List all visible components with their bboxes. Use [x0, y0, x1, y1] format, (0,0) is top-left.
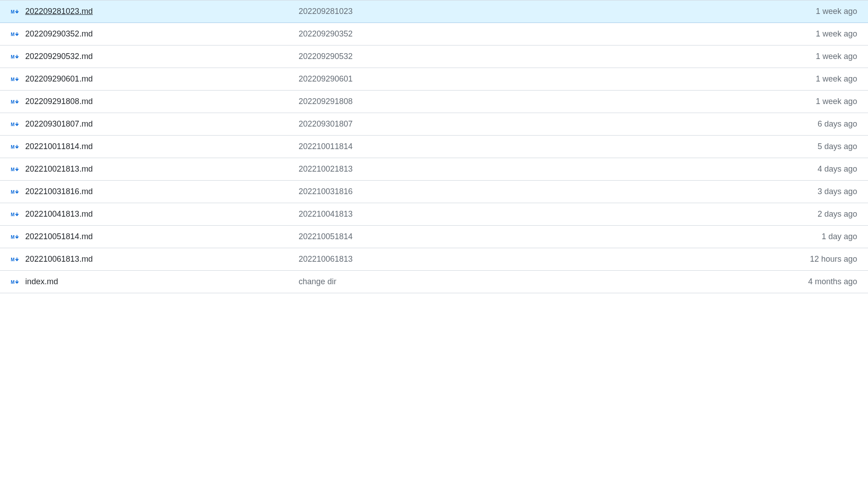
- markdown-file-icon: M: [11, 279, 20, 285]
- markdown-file-icon: M: [11, 234, 20, 240]
- svg-text:M: M: [11, 54, 14, 59]
- file-name-cell: M 202210031816.md: [11, 187, 298, 196]
- file-name-cell: M 202209290532.md: [11, 52, 298, 61]
- file-name-link[interactable]: 202209281023.md: [25, 7, 93, 16]
- commit-message[interactable]: 202210011814: [298, 142, 818, 151]
- markdown-file-icon: M: [11, 211, 20, 218]
- markdown-file-icon: M: [11, 166, 20, 173]
- file-row[interactable]: M 202210021813.md2022100218134 days ago: [0, 158, 868, 181]
- markdown-file-icon: M: [11, 256, 20, 263]
- file-name-link[interactable]: 202210061813.md: [25, 255, 93, 264]
- file-name-cell: M 202209281023.md: [11, 7, 298, 16]
- file-name-link[interactable]: 202210021813.md: [25, 164, 93, 174]
- file-name-cell: M 202209301807.md: [11, 119, 298, 129]
- markdown-file-icon: M: [11, 76, 20, 82]
- commit-time: 1 week ago: [816, 29, 857, 39]
- commit-time: 6 days ago: [818, 119, 857, 129]
- commit-time: 4 months ago: [808, 277, 857, 286]
- commit-time: 1 week ago: [816, 97, 857, 106]
- file-name-cell: M 202210021813.md: [11, 164, 298, 174]
- svg-text:M: M: [11, 189, 14, 194]
- commit-message[interactable]: 202209290352: [298, 29, 816, 39]
- commit-message[interactable]: 202209290601: [298, 74, 816, 84]
- svg-text:M: M: [11, 32, 14, 36]
- file-name-link[interactable]: index.md: [25, 277, 58, 286]
- file-row[interactable]: M 202209281023.md2022092810231 week ago: [0, 0, 868, 23]
- svg-text:M: M: [11, 212, 14, 217]
- commit-message[interactable]: 202209301807: [298, 119, 818, 129]
- file-name-cell: M 202209291808.md: [11, 97, 298, 106]
- file-name-link[interactable]: 202209290601.md: [25, 74, 93, 84]
- commit-time: 5 days ago: [818, 142, 857, 151]
- commit-message[interactable]: 202210061813: [298, 255, 810, 264]
- commit-message[interactable]: change dir: [298, 277, 808, 286]
- file-row[interactable]: M 202209290352.md2022092903521 week ago: [0, 23, 868, 45]
- file-name-link[interactable]: 202210011814.md: [25, 142, 93, 151]
- file-name-cell: M 202209290352.md: [11, 29, 298, 39]
- commit-message[interactable]: 202210041813: [298, 209, 818, 219]
- file-name-cell: M 202210041813.md: [11, 209, 298, 219]
- file-row[interactable]: M index.mdchange dir4 months ago: [0, 271, 868, 293]
- commit-message[interactable]: 202209281023: [298, 7, 816, 16]
- commit-time: 12 hours ago: [810, 255, 857, 264]
- file-name-cell: M 202210051814.md: [11, 232, 298, 241]
- file-name-cell: M index.md: [11, 277, 298, 286]
- file-name-link[interactable]: 202210051814.md: [25, 232, 93, 241]
- commit-message[interactable]: 202210051814: [298, 232, 822, 241]
- markdown-file-icon: M: [11, 9, 20, 15]
- commit-message[interactable]: 202209291808: [298, 97, 816, 106]
- file-row[interactable]: M 202210011814.md2022100118145 days ago: [0, 136, 868, 158]
- file-row[interactable]: M 202210031816.md2022100318163 days ago: [0, 181, 868, 203]
- svg-text:M: M: [11, 9, 14, 14]
- file-row[interactable]: M 202209291808.md2022092918081 week ago: [0, 91, 868, 113]
- file-name-link[interactable]: 202210031816.md: [25, 187, 93, 196]
- commit-message[interactable]: 202210031816: [298, 187, 818, 196]
- markdown-file-icon: M: [11, 99, 20, 105]
- file-name-link[interactable]: 202209301807.md: [25, 119, 93, 129]
- markdown-file-icon: M: [11, 31, 20, 37]
- commit-time: 1 week ago: [816, 7, 857, 16]
- svg-text:M: M: [11, 77, 14, 82]
- markdown-file-icon: M: [11, 189, 20, 195]
- file-name-link[interactable]: 202210041813.md: [25, 209, 93, 219]
- file-row[interactable]: M 202210041813.md2022100418132 days ago: [0, 203, 868, 226]
- commit-time: 3 days ago: [818, 187, 857, 196]
- file-row[interactable]: M 202210051814.md2022100518141 day ago: [0, 226, 868, 248]
- file-name-link[interactable]: 202209291808.md: [25, 97, 93, 106]
- commit-time: 1 day ago: [822, 232, 857, 241]
- markdown-file-icon: M: [11, 54, 20, 60]
- svg-text:M: M: [11, 257, 14, 262]
- file-row[interactable]: M 202209290532.md2022092905321 week ago: [0, 45, 868, 68]
- file-list-table: M 202209281023.md2022092810231 week ago …: [0, 0, 868, 293]
- svg-text:M: M: [11, 234, 14, 239]
- commit-message[interactable]: 202209290532: [298, 52, 816, 61]
- file-row[interactable]: M 202209290601.md2022092906011 week ago: [0, 68, 868, 91]
- svg-text:M: M: [11, 279, 14, 284]
- commit-time: 2 days ago: [818, 209, 857, 219]
- file-row[interactable]: M 202210061813.md20221006181312 hours ag…: [0, 248, 868, 271]
- file-row[interactable]: M 202209301807.md2022093018076 days ago: [0, 113, 868, 136]
- svg-text:M: M: [11, 144, 14, 149]
- commit-time: 1 week ago: [816, 74, 857, 84]
- markdown-file-icon: M: [11, 121, 20, 127]
- commit-message[interactable]: 202210021813: [298, 164, 818, 174]
- file-name-link[interactable]: 202209290352.md: [25, 29, 93, 39]
- file-name-link[interactable]: 202209290532.md: [25, 52, 93, 61]
- file-name-cell: M 202210061813.md: [11, 255, 298, 264]
- svg-text:M: M: [11, 122, 14, 127]
- file-name-cell: M 202209290601.md: [11, 74, 298, 84]
- commit-time: 4 days ago: [818, 164, 857, 174]
- svg-text:M: M: [11, 99, 14, 104]
- markdown-file-icon: M: [11, 144, 20, 150]
- file-name-cell: M 202210011814.md: [11, 142, 298, 151]
- svg-text:M: M: [11, 167, 14, 172]
- commit-time: 1 week ago: [816, 52, 857, 61]
